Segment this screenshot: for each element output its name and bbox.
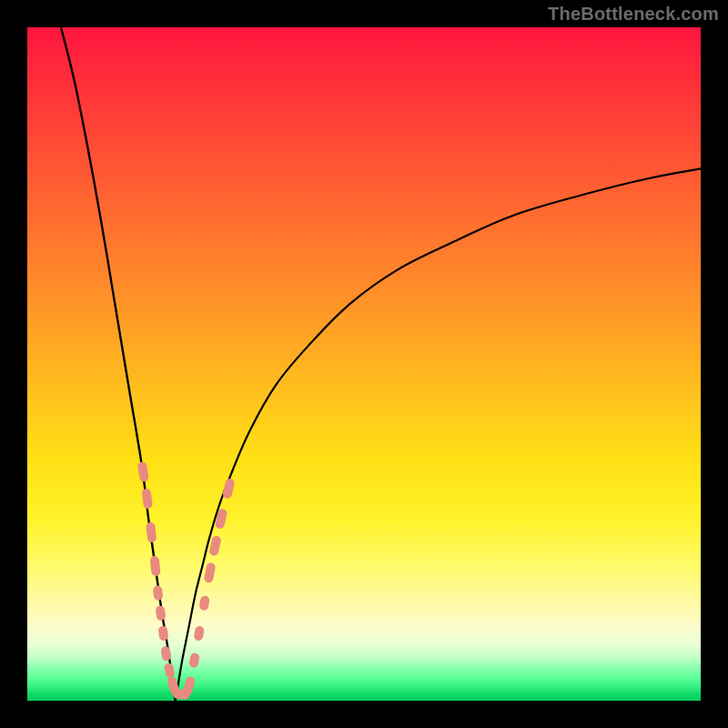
- marker-bead: [198, 595, 210, 612]
- marker-bead: [204, 562, 217, 583]
- marker-bead: [208, 535, 221, 557]
- marker-bead: [149, 556, 160, 577]
- curve-svg: [27, 27, 701, 701]
- marker-bead: [146, 521, 157, 542]
- marker-bead: [137, 461, 149, 482]
- marker-bead: [153, 585, 164, 601]
- marker-bead: [164, 662, 176, 679]
- marker-bead: [188, 652, 200, 669]
- chart-stage: TheBottleneck.com: [0, 0, 728, 728]
- marker-bead: [160, 645, 171, 661]
- curve-right-branch: [176, 168, 701, 701]
- marker-bead: [193, 625, 205, 641]
- watermark-text: TheBottleneck.com: [548, 4, 719, 25]
- marker-beads-group: [137, 461, 236, 702]
- marker-bead: [157, 625, 168, 641]
- marker-bead: [222, 478, 236, 500]
- marker-bead: [156, 605, 167, 621]
- marker-bead: [141, 488, 153, 509]
